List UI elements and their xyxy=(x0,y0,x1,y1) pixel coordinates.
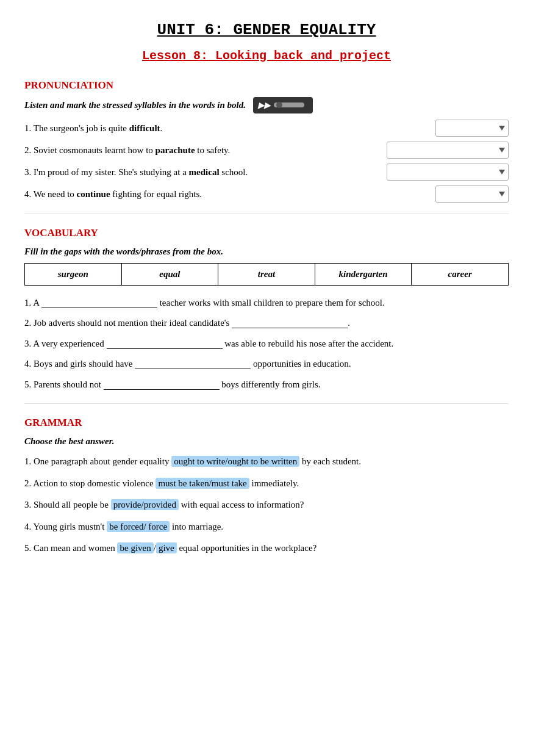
pronunciation-select-3[interactable] xyxy=(387,164,509,181)
vocab-input-4[interactable] xyxy=(135,358,251,369)
word-box-cell-4: kindergarten xyxy=(315,264,412,285)
word-box: surgeon equal treat kindergarten career xyxy=(24,263,509,286)
pronunciation-item-2: 2. Soviet cosmonauts learnt how to parac… xyxy=(24,142,509,159)
vocab-item-1: 1. A teacher works with small children t… xyxy=(24,295,509,311)
grammar-item-2: 2. Action to stop domestic violence must… xyxy=(24,476,509,492)
word-box-cell-2: equal xyxy=(122,264,219,285)
grammar-highlight-3a[interactable]: provide/provided xyxy=(111,499,179,510)
pronunciation-text-2: 2. Soviet cosmonauts learnt how to parac… xyxy=(24,143,381,157)
vocab-input-2[interactable] xyxy=(232,317,348,328)
pronunciation-item-4: 4. We need to continue fighting for equa… xyxy=(24,185,509,203)
grammar-instruction: Choose the best answer. xyxy=(24,434,509,448)
vocab-item-5: 5. Parents should not boys differently f… xyxy=(24,377,509,393)
vocab-item-2: 2. Job adverts should not mention their … xyxy=(24,315,509,331)
grammar-highlight-5a[interactable]: be given xyxy=(117,542,153,553)
pronunciation-select-1[interactable] xyxy=(435,120,509,137)
vocab-input-1[interactable] xyxy=(41,297,157,308)
word-box-cell-3: treat xyxy=(218,264,315,285)
vocab-input-3[interactable] xyxy=(107,338,223,349)
pronunciation-section-title: PRONUNCIATION xyxy=(24,77,509,93)
grammar-item-4: 4. Young girls mustn't be forced/ force … xyxy=(24,519,509,535)
audio-progress-bar xyxy=(274,103,304,107)
grammar-item-3: 3. Should all people be provide/provided… xyxy=(24,497,509,513)
vocab-input-5[interactable] xyxy=(104,379,220,390)
grammar-highlight-1a[interactable]: ought to write/ought to be written xyxy=(171,456,299,467)
pronunciation-select-2[interactable] xyxy=(387,142,509,159)
vocab-item-3: 3. A very experienced was able to rebuil… xyxy=(24,336,509,352)
grammar-highlight-4a[interactable]: be forced/ force xyxy=(107,521,170,532)
pronunciation-item-3: 3. I'm proud of my sister. She's studyin… xyxy=(24,164,509,181)
lesson-subtitle: Lesson 8: Looking back and project xyxy=(24,47,509,65)
page-title: UNIT 6: GENDER EQUALITY xyxy=(24,18,509,42)
pronunciation-text-1: 1. The surgeon's job is quite difficult. xyxy=(24,121,429,135)
grammar-item-1: 1. One paragraph about gender equality o… xyxy=(24,454,509,470)
vocab-item-4: 4. Boys and girls should have opportunit… xyxy=(24,356,509,372)
vocabulary-section-title: VOCABULARY xyxy=(24,225,509,241)
grammar-section-title: GRAMMAR xyxy=(24,415,509,431)
vocabulary-instruction: Fill in the gaps with the words/phrases … xyxy=(24,245,509,259)
word-box-cell-1: surgeon xyxy=(25,264,122,285)
pronunciation-instruction: Listen and mark the stressed syllables i… xyxy=(24,97,509,114)
audio-dot xyxy=(276,102,282,108)
pronunciation-select-4[interactable] xyxy=(435,185,509,203)
play-icon: ▶▶ xyxy=(258,99,270,112)
grammar-highlight-5b[interactable]: give xyxy=(156,542,177,553)
divider-2 xyxy=(24,403,509,404)
audio-button[interactable]: ▶▶ xyxy=(253,97,313,114)
pronunciation-text-4: 4. We need to continue fighting for equa… xyxy=(24,187,429,201)
grammar-highlight-2a[interactable]: must be taken/must take xyxy=(156,478,249,489)
pronunciation-text-3: 3. I'm proud of my sister. She's studyin… xyxy=(24,165,381,179)
grammar-item-5: 5. Can mean and women be given/give equa… xyxy=(24,541,509,556)
word-box-cell-5: career xyxy=(412,264,508,285)
divider-1 xyxy=(24,214,509,214)
pronunciation-item-1: 1. The surgeon's job is quite difficult. xyxy=(24,120,509,137)
